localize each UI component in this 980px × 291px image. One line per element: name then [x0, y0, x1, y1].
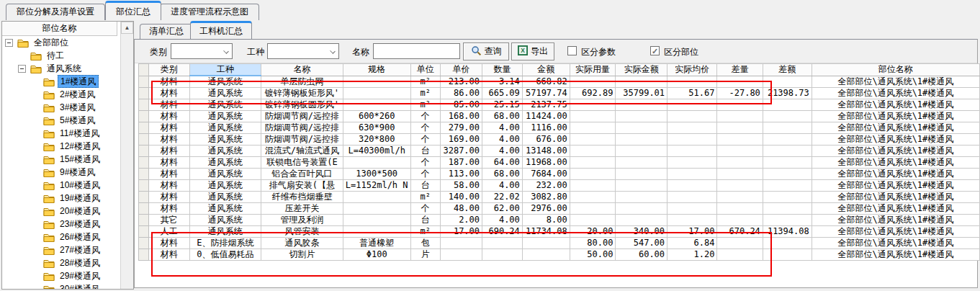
table-cell[interactable]: [763, 180, 812, 192]
table-cell[interactable]: 全部部位\通风系统\1#楼通风: [812, 203, 979, 215]
table-cell[interactable]: m²: [410, 99, 441, 111]
column-header[interactable]: 差额: [763, 64, 812, 76]
column-header[interactable]: 工种: [189, 64, 261, 76]
table-cell[interactable]: 全部部位\通风系统\1#楼通风: [812, 238, 979, 249]
table-cell[interactable]: 51.67: [667, 88, 717, 99]
table-cell[interactable]: 材料: [148, 169, 189, 180]
column-header[interactable]: 差量: [717, 64, 763, 76]
table-cell[interactable]: 80.00: [570, 238, 616, 249]
table-cell[interactable]: [616, 169, 667, 180]
table-cell[interactable]: [616, 203, 667, 215]
table-cell[interactable]: 4.00: [482, 180, 523, 192]
table-cell[interactable]: 镀锌薄钢板矩形风': [261, 88, 343, 99]
row-selector[interactable]: [139, 215, 149, 226]
table-cell[interactable]: [667, 215, 717, 226]
row-selector[interactable]: [139, 249, 149, 261]
table-cell[interactable]: [616, 111, 667, 122]
tree-item[interactable]: 29#楼通风: [2, 269, 119, 282]
table-cell[interactable]: 17.00: [441, 226, 482, 238]
table-cell[interactable]: 4.00: [482, 146, 523, 157]
row-selector[interactable]: [139, 180, 149, 192]
table-cell[interactable]: 22.02: [482, 192, 523, 203]
table-cell[interactable]: 213.00: [441, 76, 482, 88]
table-cell[interactable]: 个: [410, 111, 441, 122]
table-cell[interactable]: 全部部位\通风系统\1#楼通风: [812, 215, 979, 226]
tree-item[interactable]: 3#楼通风: [2, 101, 119, 114]
table-cell[interactable]: -27.80: [717, 88, 763, 99]
table-cell[interactable]: 全部部位\通风系统\1#楼通风: [812, 169, 979, 180]
tree-scrollbar[interactable]: ▲: [120, 22, 133, 289]
table-cell[interactable]: E、防排烟系统: [189, 238, 261, 249]
table-cell[interactable]: 全部部位\通风系统\1#楼通风: [812, 134, 979, 146]
tree-item[interactable]: 27#楼通风: [2, 243, 119, 256]
row-selector[interactable]: [139, 99, 149, 111]
table-cell[interactable]: 材料: [148, 180, 189, 192]
table-cell[interactable]: [522, 238, 570, 249]
row-selector-header[interactable]: [139, 64, 149, 76]
table-cell[interactable]: 材料: [148, 203, 189, 215]
column-header[interactable]: 类别: [148, 64, 189, 76]
table-cell[interactable]: 11424.00: [522, 111, 570, 122]
table-cell[interactable]: 187.00: [441, 157, 482, 169]
table-cell[interactable]: [717, 180, 763, 192]
column-header[interactable]: 单价: [441, 64, 482, 76]
tree-item[interactable]: 10#楼通风: [2, 179, 119, 192]
table-cell[interactable]: [616, 99, 667, 111]
column-header[interactable]: 金额: [522, 64, 570, 76]
table-cell[interactable]: 全部部位\通风系统\1#楼通风: [812, 99, 979, 111]
table-cell[interactable]: [667, 169, 717, 180]
table-cell[interactable]: 通风胶条: [261, 238, 343, 249]
table-cell[interactable]: 通风系统: [189, 192, 261, 203]
table-cell[interactable]: 通风系统: [189, 111, 261, 122]
table-cell[interactable]: 铝合金百叶风口: [261, 169, 343, 180]
table-cell[interactable]: 279.00: [441, 122, 482, 134]
table-cell[interactable]: [717, 192, 763, 203]
table-cell[interactable]: 3082.80: [522, 192, 570, 203]
table-cell[interactable]: 混流式/轴流式通风: [261, 146, 343, 157]
table-cell[interactable]: 其它: [148, 215, 189, 226]
table-cell[interactable]: 通风系统: [189, 203, 261, 215]
row-selector[interactable]: [139, 111, 149, 122]
table-cell[interactable]: [717, 99, 763, 111]
table-cell[interactable]: 通风系统: [189, 226, 261, 238]
row-selector[interactable]: [139, 192, 149, 203]
table-cell[interactable]: 材料: [148, 192, 189, 203]
table-cell[interactable]: 台: [410, 180, 441, 192]
column-header[interactable]: 部位名称: [812, 64, 979, 76]
table-cell[interactable]: 风管安装: [261, 226, 343, 238]
table-cell[interactable]: [343, 157, 410, 169]
table-cell[interactable]: [763, 111, 812, 122]
tree-item[interactable]: 1#楼通风: [2, 75, 119, 88]
table-cell[interactable]: [763, 157, 812, 169]
table-cell[interactable]: [570, 76, 616, 88]
table-cell[interactable]: 全部部位\通风系统\1#楼通风: [812, 157, 979, 169]
table-cell[interactable]: 台: [410, 215, 441, 226]
tree-item[interactable]: 28#楼通风: [2, 256, 119, 269]
table-cell[interactable]: [717, 134, 763, 146]
table-cell[interactable]: [616, 180, 667, 192]
table-cell[interactable]: 全部部位\通风系统\1#楼通风: [812, 192, 979, 203]
table-cell[interactable]: [763, 169, 812, 180]
worktype-select[interactable]: [267, 43, 339, 59]
tab-list-summary[interactable]: 清单汇总: [140, 24, 193, 39]
table-cell[interactable]: 防烟调节阀/远控排: [261, 134, 343, 146]
column-header[interactable]: 实际金额: [616, 64, 667, 76]
table-cell[interactable]: [570, 203, 616, 215]
table-cell[interactable]: 镀锌薄钢板圆形风': [261, 99, 343, 111]
table-cell[interactable]: [570, 122, 616, 134]
table-cell[interactable]: 668.82: [522, 76, 570, 88]
table-cell[interactable]: 通风系统: [189, 99, 261, 111]
table-cell[interactable]: 通风系统: [189, 76, 261, 88]
table-cell[interactable]: [616, 122, 667, 134]
tree-item[interactable]: 26#楼通风: [2, 230, 119, 243]
table-cell[interactable]: [343, 192, 410, 203]
row-selector[interactable]: [139, 203, 149, 215]
table-cell[interactable]: Φ100: [343, 249, 410, 261]
table-cell[interactable]: [441, 249, 482, 261]
table-cell[interactable]: [717, 111, 763, 122]
table-cell[interactable]: [763, 76, 812, 88]
table-cell[interactable]: 材料: [148, 157, 189, 169]
tree-item[interactable]: 9#楼通风: [2, 166, 119, 179]
table-cell[interactable]: 1300*500: [343, 169, 410, 180]
tree-item[interactable]: 待工: [2, 49, 119, 62]
